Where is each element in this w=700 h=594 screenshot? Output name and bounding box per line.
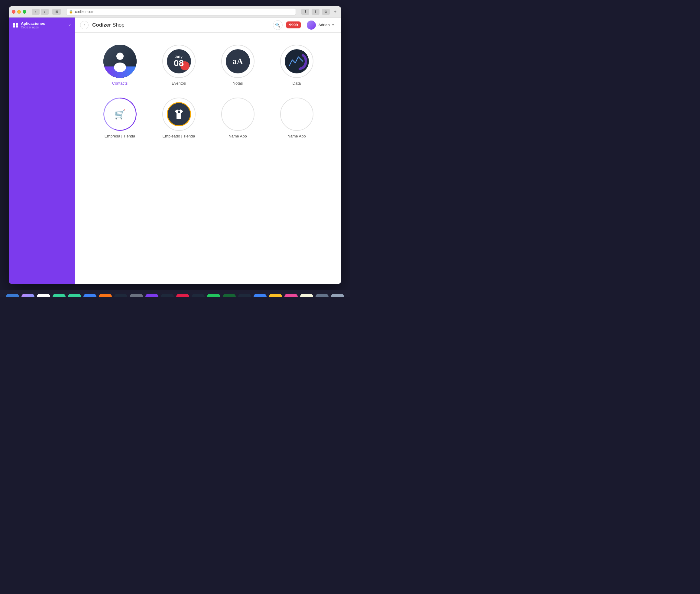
dock-appstore[interactable]: A bbox=[84, 294, 96, 297]
sidebar-subtitle: Codizer apps bbox=[21, 26, 65, 29]
lock-icon: 🔒 bbox=[69, 10, 73, 13]
sidebar: Aplicaciones Codizer apps ∨ bbox=[9, 18, 75, 284]
notas-label: Notas bbox=[233, 81, 243, 86]
search-button[interactable]: 🔍 bbox=[273, 20, 283, 30]
name-app-2-icon bbox=[280, 98, 313, 131]
contact-figure-svg bbox=[113, 51, 128, 72]
app-item-contacts[interactable]: Contacts bbox=[93, 45, 146, 86]
dock-appletv[interactable]: 📺 bbox=[161, 294, 174, 297]
notas-text: aA bbox=[232, 57, 243, 66]
contacts-label: Contacts bbox=[112, 81, 128, 86]
download-icon-button[interactable]: ⬇ bbox=[301, 9, 309, 15]
minimize-button[interactable] bbox=[17, 10, 21, 13]
dock-facetime[interactable]: 📹 bbox=[68, 294, 81, 297]
dock-sublimetext[interactable]: S bbox=[99, 294, 112, 297]
dock-github[interactable]: 🐙 bbox=[192, 294, 204, 297]
eventos-icon: July 08 bbox=[162, 45, 196, 78]
eventos-label: Eventos bbox=[172, 81, 186, 86]
data-icon-inner bbox=[285, 49, 309, 73]
dock-finder[interactable]: 🗂 bbox=[6, 294, 19, 297]
dock-messages[interactable]: 💬 bbox=[53, 294, 66, 297]
url-bar[interactable]: 🔒 codizer.com bbox=[66, 8, 296, 15]
app-item-data[interactable]: Data bbox=[270, 45, 323, 86]
shirt-svg bbox=[172, 107, 186, 121]
dock-siri[interactable]: 🎙 bbox=[22, 294, 34, 297]
apps-grid-container: Contacts July 08 Eventos bbox=[75, 33, 341, 284]
tabs-icon-button[interactable]: ⧉ bbox=[322, 9, 330, 15]
avatar bbox=[307, 21, 316, 30]
calendar-day: 08 bbox=[174, 59, 184, 68]
dock-calendar[interactable]: 📅 bbox=[37, 294, 50, 297]
cart-icon: 🛒 bbox=[114, 109, 125, 120]
svg-point-2 bbox=[286, 51, 307, 72]
app-item-empleado[interactable]: Empleado | Tienda bbox=[152, 98, 205, 138]
svg-point-0 bbox=[116, 53, 124, 60]
name-app-1-icon bbox=[221, 98, 254, 131]
app-item-notas[interactable]: aA Notas bbox=[211, 45, 264, 86]
dock-scrobbles[interactable]: 🎵 bbox=[176, 294, 189, 297]
contacts-icon-inner bbox=[103, 45, 137, 78]
app-item-eventos[interactable]: July 08 Eventos bbox=[152, 45, 205, 86]
empresa-label: Empresa | Tienda bbox=[104, 134, 135, 138]
data-icon bbox=[280, 45, 313, 78]
empleado-icon-inner bbox=[167, 102, 191, 126]
share-icon-button[interactable]: ⬆ bbox=[312, 9, 319, 15]
dock-rocket[interactable]: 🚀 bbox=[114, 294, 127, 297]
app-item-name-app-1[interactable]: Name App bbox=[211, 98, 264, 138]
close-button[interactable] bbox=[12, 10, 15, 13]
traffic-lights bbox=[12, 10, 26, 13]
page-title-rest: Shop bbox=[111, 22, 124, 28]
empleado-icon bbox=[162, 98, 196, 131]
forward-browser-button[interactable]: › bbox=[41, 9, 49, 15]
dock-dash[interactable]: D bbox=[238, 294, 251, 297]
notas-icon: aA bbox=[221, 45, 254, 78]
notification-badge[interactable]: 9999 bbox=[286, 22, 301, 28]
avatar-image bbox=[307, 21, 316, 30]
name-app-1-label: Name App bbox=[228, 134, 247, 138]
titlebar: ‹ › ⊞ 🔒 codizer.com ⬇ ⬆ ⧉ + bbox=[9, 6, 341, 18]
app-item-empresa[interactable]: 🛒 Empresa | Tienda bbox=[93, 98, 146, 138]
main-content: ‹ Codizer Shop 🔍 9999 Adrian ▾ bbox=[75, 18, 341, 284]
page-title: Codizer Shop bbox=[92, 22, 269, 28]
app-item-name-app-2[interactable]: Name App bbox=[270, 98, 323, 138]
eventos-icon-inner: July 08 bbox=[167, 49, 191, 73]
user-menu[interactable]: Adrian ▾ bbox=[305, 19, 337, 31]
app-content: Aplicaciones Codizer apps ∨ ‹ Codizer Sh… bbox=[9, 18, 341, 284]
page-title-bold: Codizer bbox=[92, 22, 111, 28]
sidebar-header[interactable]: Aplicaciones Codizer apps ∨ bbox=[9, 18, 75, 33]
maximize-button[interactable] bbox=[23, 10, 26, 13]
grid-icon bbox=[13, 23, 18, 28]
sidebar-header-text: Aplicaciones Codizer apps bbox=[21, 21, 65, 29]
dock-sketch[interactable]: 💎 bbox=[269, 294, 282, 297]
dock-notes[interactable]: 📝 bbox=[300, 294, 313, 297]
notas-icon-inner: aA bbox=[226, 49, 250, 73]
toolbar-icons: ⬇ ⬆ ⧉ bbox=[301, 9, 330, 15]
data-chart-svg bbox=[286, 51, 307, 72]
dock-safari[interactable]: 🧭 bbox=[254, 294, 266, 297]
back-button[interactable]: ‹ bbox=[80, 21, 89, 29]
sidebar-toggle-button[interactable]: ⊞ bbox=[52, 9, 61, 15]
dock-1password[interactable]: 🔑 bbox=[207, 294, 220, 297]
sidebar-chevron-icon: ∨ bbox=[68, 23, 71, 27]
dock-desktop[interactable]: 🖥 bbox=[316, 294, 328, 297]
contacts-icon bbox=[103, 45, 137, 78]
empresa-ring: 🛒 bbox=[103, 98, 137, 131]
dock-trash[interactable]: 🗑 bbox=[331, 294, 344, 297]
empleado-label: Empleado | Tienda bbox=[162, 134, 195, 138]
browser-window: ‹ › ⊞ 🔒 codizer.com ⬇ ⬆ ⧉ + Aplicaciones… bbox=[9, 6, 341, 284]
url-text: codizer.com bbox=[75, 10, 94, 14]
dock-terminal[interactable]: $ bbox=[223, 294, 236, 297]
dock-podcasts[interactable]: 🎙 bbox=[146, 294, 158, 297]
dock-pixelmator[interactable]: 🖼 bbox=[284, 294, 297, 297]
dock-gear[interactable]: ⚙ bbox=[130, 294, 142, 297]
user-chevron-icon: ▾ bbox=[332, 23, 334, 27]
empresa-ring-inner: 🛒 bbox=[104, 99, 136, 130]
add-tab-button[interactable]: + bbox=[332, 9, 338, 15]
apps-grid: Contacts July 08 Eventos bbox=[93, 45, 323, 138]
data-label: Data bbox=[293, 81, 301, 86]
nav-buttons: ‹ › bbox=[32, 9, 49, 15]
back-browser-button[interactable]: ‹ bbox=[32, 9, 40, 15]
empresa-icon: 🛒 bbox=[103, 98, 137, 131]
svg-point-1 bbox=[114, 63, 126, 72]
name-app-2-label: Name App bbox=[287, 134, 306, 138]
